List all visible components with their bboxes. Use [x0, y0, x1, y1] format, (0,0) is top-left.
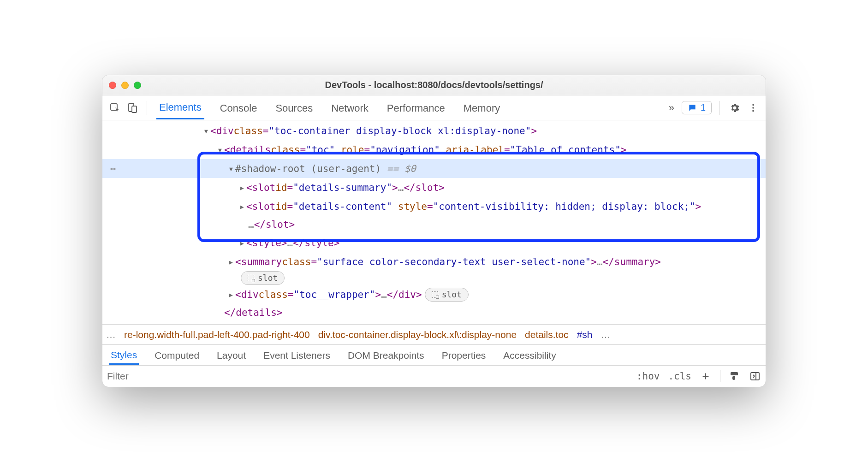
expand-caret-icon[interactable]	[227, 285, 235, 304]
settings-icon[interactable]	[727, 100, 743, 116]
expand-caret-icon[interactable]	[227, 252, 235, 271]
svg-point-3	[752, 104, 754, 106]
tab-sources[interactable]: Sources	[273, 97, 315, 119]
expand-caret-icon[interactable]	[238, 233, 246, 252]
dom-breadcrumbs[interactable]: … re-long.width-full.pad-left-400.pad-ri…	[102, 324, 766, 344]
issues-badge[interactable]: 1	[682, 101, 712, 114]
tab-properties[interactable]: Properties	[440, 346, 488, 364]
reveal-slot-badge[interactable]: slot	[425, 288, 469, 302]
crumb-overflow-right[interactable]: …	[600, 329, 610, 340]
reveal-icon	[248, 275, 254, 281]
styles-panel-tabs: Styles Computed Layout Event Listeners D…	[102, 344, 766, 366]
toggle-hov-button[interactable]: :hov	[636, 371, 660, 382]
reveal-slot-badge[interactable]: slot	[241, 271, 285, 285]
svg-rect-6	[751, 373, 759, 380]
tab-event-listeners[interactable]: Event Listeners	[262, 346, 332, 364]
main-tabs: Elements Console Sources Network Perform…	[154, 96, 661, 119]
dom-row-selected[interactable]: ⋯ #shadow-root (user-agent) == $0	[102, 159, 766, 178]
inspect-icon[interactable]	[107, 100, 123, 116]
styles-filter-input[interactable]	[107, 371, 636, 382]
crumb-segment[interactable]: details.toc	[525, 329, 569, 340]
dom-row[interactable]: <slot id= "details-content" style= "cont…	[102, 197, 766, 216]
expand-caret-icon[interactable]	[227, 159, 235, 178]
tab-console[interactable]: Console	[217, 97, 260, 119]
tab-memory[interactable]: Memory	[461, 97, 503, 119]
dom-row[interactable]: <div class = "toc-container display-bloc…	[102, 121, 766, 140]
dom-row[interactable]: slot	[102, 271, 766, 285]
expand-caret-icon[interactable]	[238, 197, 246, 216]
dom-tree[interactable]: <div class = "toc-container display-bloc…	[102, 120, 766, 324]
expand-caret-icon[interactable]	[216, 140, 224, 159]
new-style-rule-icon[interactable]	[700, 370, 712, 382]
tab-elements[interactable]: Elements	[156, 96, 204, 119]
svg-rect-2	[132, 106, 137, 113]
computed-sidebar-toggle-icon[interactable]	[749, 370, 761, 382]
window-title: DevTools - localhost:8080/docs/devtools/…	[102, 80, 766, 90]
devtools-window: DevTools - localhost:8080/docs/devtools/…	[102, 75, 766, 387]
separator	[720, 370, 720, 382]
dom-row[interactable]: <summary class= "surface color-secondary…	[102, 252, 766, 271]
tab-layout[interactable]: Layout	[215, 346, 248, 364]
device-toggle-icon[interactable]	[125, 100, 140, 116]
expand-caret-icon[interactable]	[238, 178, 246, 197]
crumb-segment[interactable]: div.toc-container.display-block.xl\:disp…	[318, 329, 517, 340]
tab-styles[interactable]: Styles	[109, 346, 139, 365]
issues-count: 1	[701, 102, 706, 113]
tab-dom-breakpoints[interactable]: DOM Breakpoints	[346, 346, 426, 364]
paint-brush-icon[interactable]	[729, 370, 741, 382]
toggle-cls-button[interactable]: .cls	[668, 371, 691, 382]
svg-point-4	[752, 107, 754, 109]
tab-performance[interactable]: Performance	[384, 97, 448, 119]
tab-computed[interactable]: Computed	[153, 346, 201, 364]
dom-row[interactable]: <div class= "toc__wrapper" > … </div> sl…	[102, 285, 766, 304]
dom-row[interactable]: <slot id= "details-summary" > … </slot>	[102, 178, 766, 197]
toolbar-separator	[719, 101, 719, 115]
crumb-overflow-left[interactable]: …	[106, 329, 116, 340]
toolbar-separator	[147, 101, 147, 115]
main-toolbar: Elements Console Sources Network Perform…	[102, 95, 766, 120]
dom-row[interactable]: <details class= "toc" role= "navigation"…	[102, 140, 766, 159]
tab-accessibility[interactable]: Accessibility	[501, 346, 558, 364]
dom-row[interactable]: </details>	[102, 304, 766, 321]
crumb-segment[interactable]: #sh	[577, 329, 593, 340]
row-ellipsis-icon[interactable]: ⋯	[102, 160, 124, 178]
expand-caret-icon[interactable]	[202, 121, 210, 140]
dom-row[interactable]: … </slot>	[102, 216, 766, 233]
kebab-menu-icon[interactable]	[745, 100, 761, 116]
titlebar: DevTools - localhost:8080/docs/devtools/…	[102, 75, 766, 95]
tab-network[interactable]: Network	[328, 97, 371, 119]
reveal-icon	[432, 291, 438, 298]
styles-filter-bar: :hov .cls	[102, 366, 766, 387]
svg-point-5	[752, 110, 754, 112]
more-tabs-icon[interactable]: »	[663, 102, 680, 114]
dom-row[interactable]: <style> … </style>	[102, 233, 766, 252]
crumb-segment[interactable]: re-long.width-full.pad-left-400.pad-righ…	[124, 329, 310, 340]
